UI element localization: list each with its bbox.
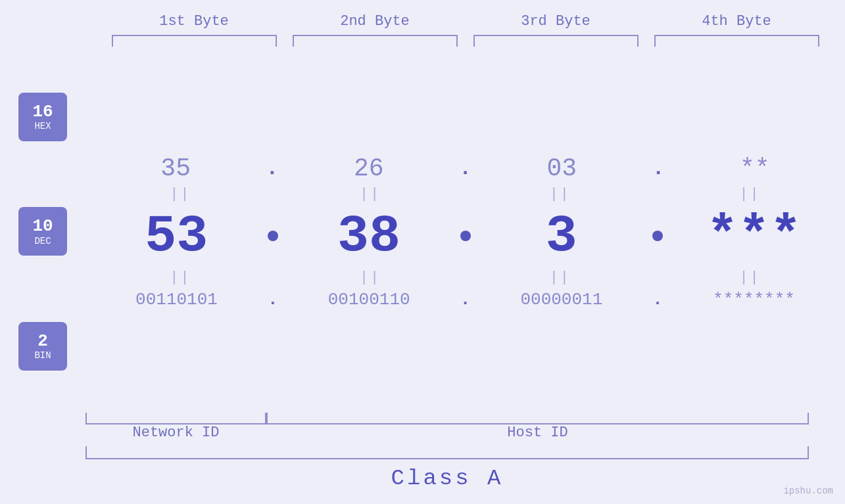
host-bracket <box>266 413 809 424</box>
class-bracket <box>85 446 809 459</box>
bin-badge-num: 2 <box>37 332 48 351</box>
bin-cell-4: ******** <box>663 290 845 309</box>
hex-cell-3: 03 <box>471 154 652 183</box>
hex-row: 35 . 26 . 03 . ** <box>85 154 845 183</box>
dec-row: 53 38 3 *** <box>85 206 845 266</box>
byte-label-3: 3rd Byte <box>466 13 646 35</box>
hex-value-3: 03 <box>546 154 577 183</box>
sep-1-4: || <box>655 186 845 202</box>
separator-2: || || || || <box>85 266 845 290</box>
bin-dot-1: . <box>268 290 278 309</box>
sep-2-4: || <box>655 269 845 286</box>
separator-1: || || || || <box>85 183 845 206</box>
bin-cell-2: 00100110 <box>278 290 460 309</box>
hex-dot-3: . <box>652 156 664 181</box>
sep-2-3: || <box>466 269 656 286</box>
dec-badge-num: 10 <box>32 217 53 236</box>
bin-cell-1: 00110101 <box>85 290 268 309</box>
bin-value-4: ******** <box>713 290 795 309</box>
dec-cell-4: *** <box>663 206 845 266</box>
sep-1-2: || <box>276 186 466 202</box>
hex-dot-2: . <box>459 156 471 181</box>
dec-dot-1 <box>268 231 278 241</box>
dec-cell-2: 38 <box>278 206 460 266</box>
bin-dot-2: . <box>460 290 471 309</box>
bin-value-2: 00100110 <box>328 290 410 309</box>
dec-dot-3 <box>652 231 663 241</box>
top-bracket-3 <box>473 35 639 47</box>
sep-2-1: || <box>85 269 276 286</box>
network-id-label: Network ID <box>85 424 266 441</box>
bin-dot-3: . <box>652 290 663 309</box>
bin-cell-3: 00000011 <box>470 290 652 309</box>
byte-label-4: 4th Byte <box>646 13 827 35</box>
host-id-label: Host ID <box>266 424 809 441</box>
badge-column: 16 HEX 10 DEC 2 BIN <box>0 53 85 410</box>
dec-value-2: 38 <box>337 206 400 266</box>
bin-badge-label: BIN <box>34 350 51 361</box>
dec-value-3: 3 <box>546 206 577 266</box>
bottom-section: Network ID Host ID Class A <box>0 410 845 491</box>
bin-badge: 2 BIN <box>18 322 67 371</box>
dec-dot-2 <box>460 231 471 241</box>
hex-cell-4: ** <box>665 154 845 183</box>
hex-badge-label: HEX <box>34 121 51 131</box>
hex-cell-2: 26 <box>279 154 459 183</box>
sep-2-2: || <box>276 269 466 286</box>
watermark: ipshu.com <box>783 486 833 496</box>
hex-dot-1: . <box>266 156 278 181</box>
rows-area: 16 HEX 10 DEC 2 BIN 35 . 26 <box>0 53 845 410</box>
dec-value-1: 53 <box>145 206 208 266</box>
bin-row: 00110101 . 00100110 . 00000011 . *******… <box>85 290 845 309</box>
dec-badge: 10 DEC <box>18 207 67 256</box>
dec-cell-3: 3 <box>471 206 653 266</box>
class-label-area: Class A <box>85 459 809 491</box>
bottom-bracket-row <box>85 413 809 424</box>
top-bracket-row <box>104 35 827 47</box>
byte-label-1: 1st Byte <box>104 13 285 35</box>
dec-value-4: *** <box>707 206 802 266</box>
top-bracket-1 <box>112 35 277 47</box>
sep-1-3: || <box>466 186 656 202</box>
hex-cell-1: 35 <box>85 154 266 183</box>
dec-badge-label: DEC <box>34 236 51 246</box>
top-bracket-4 <box>654 35 819 47</box>
bin-value-1: 00110101 <box>135 290 218 309</box>
hex-value-2: 26 <box>354 154 384 183</box>
top-bracket-2 <box>293 35 458 47</box>
byte-labels-row: 1st Byte 2nd Byte 3rd Byte 4th Byte <box>104 13 827 35</box>
bottom-labels: Network ID Host ID <box>85 424 809 441</box>
main-container: 1st Byte 2nd Byte 3rd Byte 4th Byte 16 H… <box>0 0 845 504</box>
sep-1-1: || <box>85 186 276 202</box>
network-bracket <box>85 413 266 424</box>
class-label: Class A <box>391 466 504 491</box>
data-columns: 35 . 26 . 03 . ** || || || || <box>85 53 845 410</box>
hex-value-1: 35 <box>160 154 191 183</box>
dec-cell-1: 53 <box>85 206 268 266</box>
hex-value-4: ** <box>740 154 770 183</box>
byte-label-2: 2nd Byte <box>285 13 466 35</box>
hex-badge: 16 HEX <box>18 93 67 141</box>
bin-value-3: 00000011 <box>520 290 602 309</box>
hex-badge-num: 16 <box>32 103 53 122</box>
